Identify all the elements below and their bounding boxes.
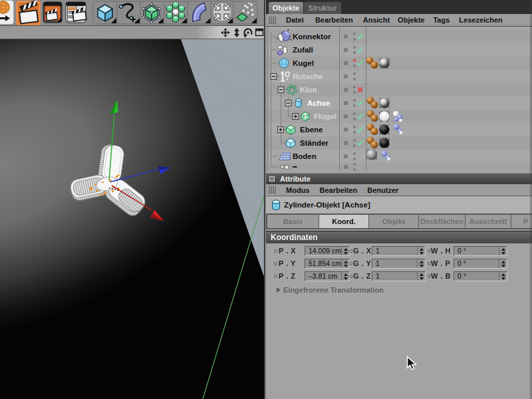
- svg-text:Rutsche: Rutsche: [293, 72, 323, 80]
- svg-text:Ständer: Ständer: [300, 139, 329, 147]
- svg-text:Konnektor: Konnektor: [293, 33, 331, 41]
- svg-text:Ebene: Ebene: [300, 126, 323, 134]
- svg-text:Klon: Klon: [300, 86, 317, 94]
- svg-text:Kugel: Kugel: [293, 59, 314, 67]
- svg-text:Flügel: Flügel: [314, 112, 336, 120]
- svg-text:Achse: Achse: [307, 99, 331, 107]
- svg-text:Boden: Boden: [293, 152, 317, 160]
- svg-text:Zufall: Zufall: [293, 46, 313, 54]
